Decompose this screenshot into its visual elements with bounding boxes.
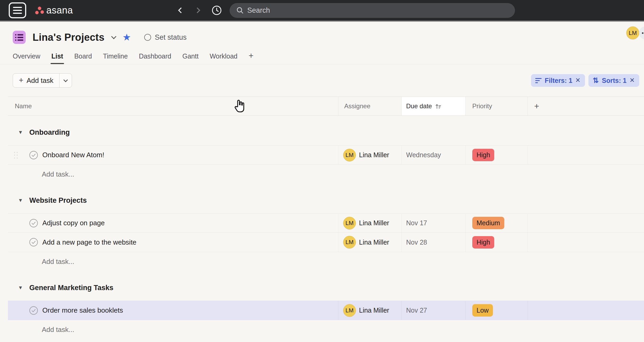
sorts-chip[interactable]: ⇅ Sorts: 1 × <box>588 74 639 87</box>
back-arrow-icon[interactable] <box>178 7 184 14</box>
favorite-star-icon[interactable]: ★ <box>123 33 131 42</box>
add-task-inline-button[interactable]: Add task... <box>8 320 644 339</box>
check-circle-icon[interactable] <box>29 238 38 247</box>
due-date-cell[interactable]: Wednesday <box>402 146 466 164</box>
task-name-cell: Order more sales booklets <box>8 301 338 320</box>
section-header: ▼Website Projects <box>8 184 644 213</box>
sort-arrows-icon: ⇅ <box>593 76 599 85</box>
priority-badge: Medium <box>472 217 504 229</box>
tab-workload[interactable]: Workload <box>210 48 237 64</box>
tab-timeline[interactable]: Timeline <box>103 48 128 64</box>
tab-list[interactable]: List <box>51 48 63 64</box>
clear-filters-icon[interactable]: × <box>575 76 580 84</box>
task-name: Order more sales booklets <box>42 306 123 314</box>
sort-ascending-icon <box>434 103 442 110</box>
empty-cell <box>528 233 644 252</box>
assignee-avatar: LM <box>343 149 356 161</box>
section-title: General Marketing Tasks <box>29 284 114 292</box>
sorts-label: Sorts: 1 <box>602 77 627 84</box>
task-name-cell: Add a new page to the website <box>8 233 338 252</box>
add-task-dropdown-button[interactable] <box>60 74 72 87</box>
task-name: Onboard New Atom! <box>42 151 104 159</box>
sidebar-toggle-button[interactable] <box>9 2 26 18</box>
more-options-button[interactable] <box>639 26 644 39</box>
assignee-cell[interactable]: LMLina Miller <box>338 301 402 320</box>
section-title: Website Projects <box>29 196 87 205</box>
filters-chip[interactable]: Filters: 1 × <box>531 74 585 87</box>
add-column-button[interactable]: + <box>528 97 644 115</box>
column-header-due-date[interactable]: Due date <box>402 97 466 115</box>
task-section: ▼OnboardingOnboard New Atom!LMLina Mille… <box>8 116 644 184</box>
recents-button[interactable] <box>211 5 222 16</box>
due-date-cell[interactable]: Nov 28 <box>402 233 466 252</box>
set-status-label: Set status <box>155 33 187 42</box>
tab-dashboard[interactable]: Dashboard <box>139 48 171 64</box>
project-header: Lina's Projects ★ Set status LM <box>0 22 644 48</box>
set-status-button[interactable]: Set status <box>140 33 187 42</box>
filters-label: Filters: 1 <box>545 77 572 84</box>
priority-cell[interactable]: Low <box>466 301 528 320</box>
project-list-icon[interactable] <box>13 31 26 44</box>
tab-label: List <box>51 52 63 60</box>
column-header-name[interactable]: Name <box>8 97 338 115</box>
task-name: Adjust copy on page <box>42 219 105 227</box>
search-input[interactable]: Search <box>230 3 515 18</box>
column-header-priority[interactable]: Priority <box>466 97 528 115</box>
section-collapse-icon[interactable]: ▼ <box>18 285 23 291</box>
add-task-inline-button[interactable]: Add task... <box>8 252 644 271</box>
section-header: ▼General Marketing Tasks <box>8 271 644 301</box>
task-row[interactable]: Adjust copy on pageLMLina MillerNov 17Me… <box>8 213 644 233</box>
assignee-avatar: LM <box>343 304 356 317</box>
project-menu-chevron-icon[interactable] <box>111 34 116 39</box>
task-row[interactable]: Add a new page to the websiteLMLina Mill… <box>8 233 644 252</box>
task-name: Add a new page to the website <box>42 238 137 246</box>
tab-label: Board <box>74 52 92 60</box>
tab-label: Gantt <box>182 52 198 60</box>
section-collapse-icon[interactable]: ▼ <box>18 129 23 135</box>
tab-label: Overview <box>13 52 40 60</box>
check-circle-icon[interactable] <box>29 151 38 160</box>
list-toolbar: + Add task Filters: 1 × ⇅ Sorts: 1 × <box>0 64 644 97</box>
plus-icon: + <box>19 76 24 85</box>
task-table-body: ▼OnboardingOnboard New Atom!LMLina Mille… <box>8 116 644 339</box>
due-date-cell[interactable]: Nov 27 <box>402 301 466 320</box>
assignee-name: Lina Miller <box>359 219 389 227</box>
check-circle-icon[interactable] <box>29 219 38 228</box>
add-task-button[interactable]: + Add task <box>13 74 60 87</box>
section-collapse-icon[interactable]: ▼ <box>18 197 23 203</box>
table-header-row: Name Assignee Due date Priority + <box>8 97 644 116</box>
priority-cell[interactable]: High <box>466 233 528 252</box>
tab-overview[interactable]: Overview <box>13 48 40 64</box>
avatar[interactable]: LM <box>626 26 639 39</box>
tab-board[interactable]: Board <box>74 48 92 64</box>
clear-sorts-icon[interactable]: × <box>630 76 634 84</box>
column-header-assignee[interactable]: Assignee <box>338 97 402 115</box>
tab-gantt[interactable]: Gantt <box>182 48 198 64</box>
priority-badge: Low <box>472 304 493 317</box>
assignee-cell[interactable]: LMLina Miller <box>338 214 402 232</box>
asana-logo[interactable]: asana <box>35 5 73 16</box>
priority-cell[interactable]: Medium <box>466 214 528 232</box>
task-row[interactable]: Order more sales bookletsLMLina MillerNo… <box>8 301 644 320</box>
tab-label: Timeline <box>103 52 128 60</box>
task-row[interactable]: Onboard New Atom!LMLina MillerWednesdayH… <box>8 145 644 165</box>
assignee-cell[interactable]: LMLina Miller <box>338 233 402 252</box>
forward-arrow-icon[interactable] <box>194 7 200 14</box>
status-circle-icon <box>144 34 151 41</box>
assignee-avatar: LM <box>343 236 356 249</box>
task-name-cell: Adjust copy on page <box>8 214 338 232</box>
due-date-label: Due date <box>406 102 432 110</box>
assignee-name: Lina Miller <box>359 151 389 159</box>
assignee-cell[interactable]: LMLina Miller <box>338 146 402 164</box>
task-name-cell: Onboard New Atom! <box>8 146 338 164</box>
add-task-split-button: + Add task <box>13 73 72 88</box>
drag-handle-icon[interactable] <box>14 152 18 159</box>
add-view-tab-button[interactable]: + <box>249 51 254 61</box>
check-circle-icon[interactable] <box>29 306 38 315</box>
add-task-inline-button[interactable]: Add task... <box>8 165 644 184</box>
assignee-name: Lina Miller <box>359 307 389 314</box>
priority-cell[interactable]: High <box>466 146 528 164</box>
section-title: Onboarding <box>29 128 70 137</box>
asana-logo-icon <box>35 5 44 16</box>
due-date-cell[interactable]: Nov 17 <box>402 214 466 232</box>
